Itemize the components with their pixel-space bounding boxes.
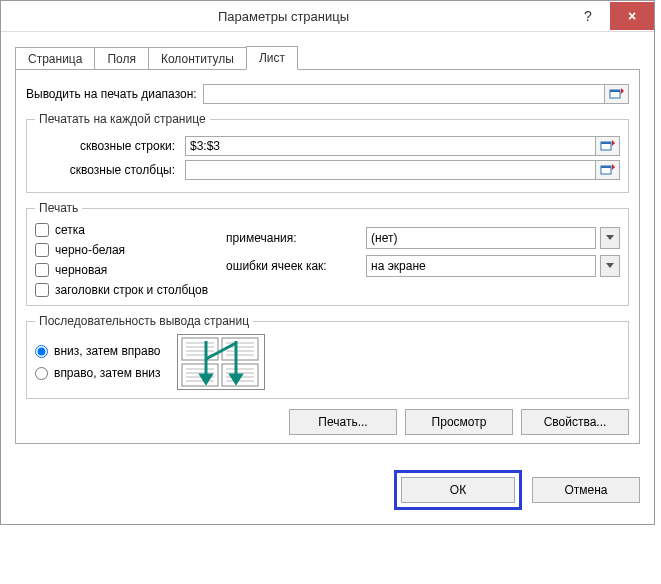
- order-over-radio[interactable]: вправо, затем вниз: [35, 366, 161, 380]
- ok-button[interactable]: ОК: [401, 477, 515, 503]
- cols-to-repeat-input[interactable]: [185, 160, 596, 180]
- tab-strip: Страница Поля Колонтитулы Лист: [15, 44, 640, 70]
- dropdown-column: примечания: (нет) ошибки ячеек как: на э…: [226, 221, 620, 283]
- tab-page[interactable]: Страница: [15, 47, 95, 70]
- svg-rect-5: [601, 166, 611, 168]
- tab-underline: [15, 69, 640, 70]
- checkbox-column: сетка черно-белая черновая заголовки стр…: [35, 221, 208, 297]
- rowcol-headers-checkbox[interactable]: заголовки строк и столбцов: [35, 283, 208, 297]
- titlebar: Параметры страницы ? ×: [1, 1, 654, 32]
- print-legend: Печать: [35, 201, 82, 215]
- window-title: Параметры страницы: [1, 9, 566, 24]
- comments-select[interactable]: (нет): [366, 227, 596, 249]
- print-area-label: Выводить на печать диапазон:: [26, 87, 197, 101]
- cols-label: сквозные столбцы:: [35, 163, 179, 177]
- svg-rect-3: [601, 142, 611, 144]
- tab-sheet[interactable]: Лист: [246, 46, 298, 70]
- order-legend: Последовательность вывода страниц: [35, 314, 253, 328]
- rows-label: сквозные строки:: [35, 139, 179, 153]
- rows-to-repeat-input[interactable]: [185, 136, 596, 156]
- comments-label: примечания:: [226, 231, 366, 245]
- help-button[interactable]: ?: [566, 2, 610, 30]
- page-order-icon: [177, 334, 265, 390]
- action-button-row: Печать... Просмотр Свойства...: [26, 409, 629, 435]
- print-button[interactable]: Печать...: [289, 409, 397, 435]
- range-picker-icon[interactable]: [596, 136, 620, 156]
- draft-checkbox[interactable]: черновая: [35, 263, 208, 277]
- page-setup-dialog: Параметры страницы ? × Страница Поля Кол…: [0, 0, 655, 525]
- cancel-button[interactable]: Отмена: [532, 477, 640, 503]
- order-fieldset: Последовательность вывода страниц вниз, …: [26, 314, 629, 399]
- print-area-input[interactable]: [203, 84, 605, 104]
- ok-highlight: ОК: [394, 470, 522, 510]
- sheet-panel: Выводить на печать диапазон: Печатать на…: [15, 70, 640, 444]
- preview-button[interactable]: Просмотр: [405, 409, 513, 435]
- print-fieldset: Печать сетка черно-белая черновая заголо…: [26, 201, 629, 306]
- gridlines-checkbox[interactable]: сетка: [35, 223, 208, 237]
- errors-label: ошибки ячеек как:: [226, 259, 366, 273]
- svg-rect-1: [610, 90, 620, 92]
- repeat-fieldset: Печатать на каждой странице сквозные стр…: [26, 112, 629, 193]
- errors-select[interactable]: на экране: [366, 255, 596, 277]
- print-area-row: Выводить на печать диапазон:: [26, 84, 629, 104]
- range-picker-icon[interactable]: [596, 160, 620, 180]
- dialog-body: Страница Поля Колонтитулы Лист Выводить …: [1, 32, 654, 458]
- options-button[interactable]: Свойства...: [521, 409, 629, 435]
- chevron-down-icon[interactable]: [600, 255, 620, 277]
- range-picker-icon[interactable]: [605, 84, 629, 104]
- close-button[interactable]: ×: [610, 2, 654, 30]
- order-down-radio[interactable]: вниз, затем вправо: [35, 344, 161, 358]
- tab-margins[interactable]: Поля: [94, 47, 149, 70]
- dialog-footer: ОК Отмена: [1, 458, 654, 524]
- chevron-down-icon[interactable]: [600, 227, 620, 249]
- repeat-legend: Печатать на каждой странице: [35, 112, 210, 126]
- tab-headerfooter[interactable]: Колонтитулы: [148, 47, 247, 70]
- blackwhite-checkbox[interactable]: черно-белая: [35, 243, 208, 257]
